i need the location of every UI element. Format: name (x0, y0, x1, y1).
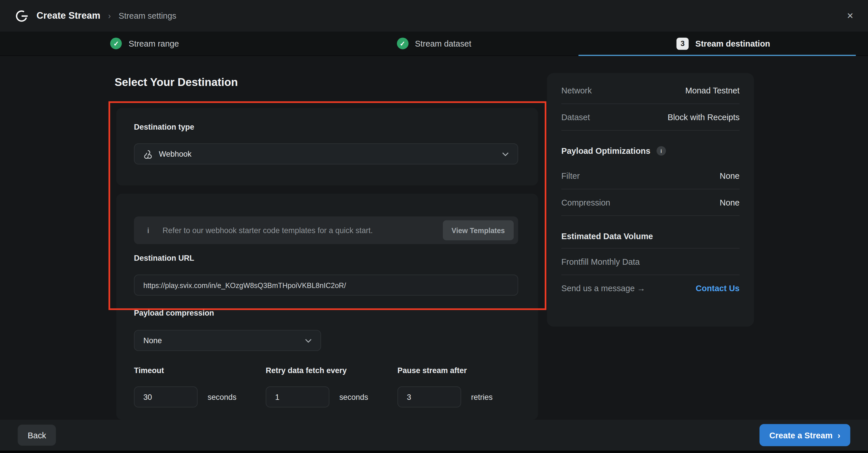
summary-row-contact: Send us a message → Contact Us (561, 275, 740, 301)
retry-unit: seconds (339, 393, 368, 401)
retry-label: Retry data fetch every (266, 366, 347, 375)
chevron-down-icon (305, 339, 312, 342)
contact-us-link[interactable]: Contact Us (696, 283, 740, 293)
timeout-input[interactable] (134, 386, 197, 407)
page-title: Create Stream (36, 10, 100, 22)
payload-compression-select[interactable]: None (134, 330, 321, 351)
back-button[interactable]: Back (18, 425, 56, 446)
pause-unit: retries (471, 393, 493, 401)
create-stream-button[interactable]: Create a Stream › (760, 424, 850, 446)
row-label: Compression (561, 198, 610, 207)
step-label: Stream dataset (415, 39, 471, 48)
step-label: Stream range (129, 39, 179, 48)
stream-summary-panel: Network Monad Testnet Dataset Block with… (547, 73, 754, 327)
webhook-icon (144, 149, 153, 159)
row-value: None (720, 171, 740, 181)
header-bar: Create Stream › Stream settings ✕ (0, 0, 868, 32)
payload-optimizations-title: Payload Optimizations i (561, 131, 740, 163)
check-icon: ✓ (111, 38, 122, 49)
window-bottom-strip (0, 451, 868, 453)
section-title-text: Estimated Data Volume (561, 231, 653, 241)
stepper-bar: ✓ Stream range ✓ Stream dataset 3 Stream… (0, 32, 868, 56)
destination-type-value: Webhook (159, 149, 191, 158)
destination-url-input[interactable] (134, 274, 518, 296)
summary-row-filter: Filter None (561, 163, 740, 189)
estimated-data-volume-title: Estimated Data Volume (561, 216, 740, 249)
payload-compression-value: None (144, 336, 162, 345)
summary-row-compression: Compression None (561, 189, 740, 216)
check-icon: ✓ (397, 38, 408, 49)
section-title-text: Payload Optimizations (561, 146, 650, 155)
create-stream-label: Create a Stream (769, 430, 833, 440)
row-label: Filter (561, 171, 580, 181)
destination-type-select[interactable]: Webhook (134, 144, 518, 164)
pause-label: Pause stream after (398, 366, 467, 375)
step-stream-range[interactable]: ✓ Stream range (0, 32, 289, 56)
pause-input[interactable] (398, 386, 461, 407)
close-icon[interactable]: ✕ (847, 11, 854, 21)
summary-row-frontfill: Frontfill Monthly Data (561, 249, 740, 275)
chevron-right-icon: › (838, 430, 840, 440)
breadcrumb: Stream settings (119, 11, 177, 21)
row-label: Frontfill Monthly Data (561, 257, 640, 267)
webhook-config-card: i Refer to our webhook starter code temp… (116, 194, 538, 420)
summary-row-network: Network Monad Testnet (561, 78, 740, 104)
footer-bar: Back Create a Stream › (0, 420, 868, 451)
chevron-down-icon (502, 152, 509, 156)
row-label: Network (561, 86, 592, 95)
timeout-unit: seconds (208, 393, 236, 401)
retry-input[interactable] (266, 386, 329, 407)
templates-info-banner: i Refer to our webhook starter code temp… (134, 216, 518, 244)
payload-compression-label: Payload compression (134, 308, 214, 317)
destination-type-label: Destination type (134, 122, 194, 131)
destination-url-label: Destination URL (134, 253, 194, 263)
timeout-label: Timeout (134, 366, 164, 375)
row-label: Dataset (561, 112, 590, 122)
step-stream-dataset[interactable]: ✓ Stream dataset (289, 32, 579, 56)
breadcrumb-chevron-icon: › (108, 11, 111, 21)
step-stream-destination[interactable]: 3 Stream destination (579, 32, 868, 56)
info-icon: i (147, 226, 149, 235)
banner-text: Refer to our webhook starter code templa… (163, 226, 373, 235)
section-heading: Select Your Destination (115, 76, 238, 89)
row-value: None (720, 198, 740, 207)
contact-label: Send us a message → (561, 283, 645, 293)
create-stream-window: Create Stream › Stream settings ✕ ✓ Stre… (0, 0, 868, 453)
active-step-underline (579, 55, 856, 56)
destination-type-card: Destination type Webhook (116, 108, 538, 186)
app-logo-icon (14, 9, 29, 23)
view-templates-button[interactable]: View Templates (443, 220, 514, 240)
row-value: Monad Testnet (685, 86, 740, 95)
step-number-badge: 3 (677, 37, 689, 50)
summary-row-dataset: Dataset Block with Receipts (561, 104, 740, 130)
info-icon[interactable]: i (656, 146, 666, 155)
step-label: Stream destination (695, 39, 770, 48)
row-value: Block with Receipts (668, 112, 740, 122)
